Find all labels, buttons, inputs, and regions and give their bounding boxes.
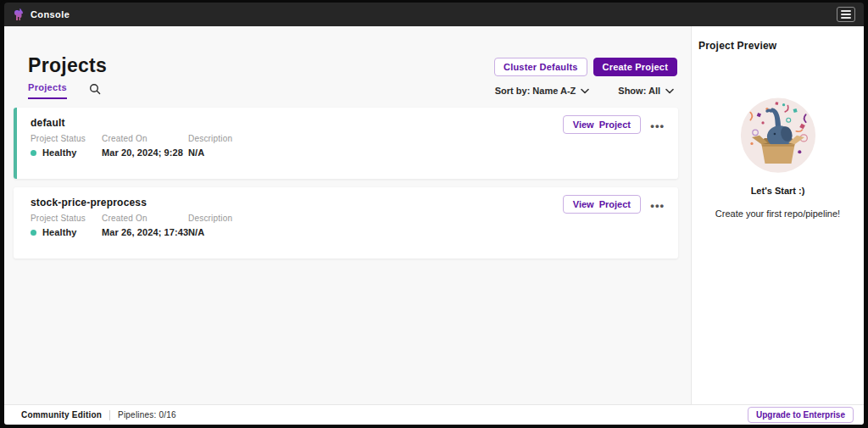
project-card-default[interactable]: default Project Status Created On Descri… <box>14 108 678 179</box>
upgrade-enterprise-button[interactable]: Upgrade to Enterprise <box>748 407 854 423</box>
sort-dropdown[interactable]: Sort by: Name A-Z <box>495 86 590 96</box>
column-label-status: Project Status <box>31 134 86 143</box>
show-dropdown-label: Show: All <box>618 86 660 96</box>
first-repo-subtext: Create your first repo/pipeline! <box>692 208 864 219</box>
hamburger-menu-button[interactable] <box>837 7 855 22</box>
search-button[interactable] <box>89 83 101 98</box>
app-title: Console <box>31 9 70 19</box>
topbar: Console <box>4 3 864 26</box>
pipelines-count: Pipelines: 0/16 <box>118 410 176 420</box>
projects-main: Projects Cluster Defaults Create Project… <box>4 26 691 404</box>
overflow-menu-button[interactable]: ••• <box>648 195 666 216</box>
cluster-defaults-button[interactable]: Cluster Defaults <box>494 58 587 76</box>
preview-title: Project Preview <box>698 40 776 52</box>
elephant-box-illustration <box>737 92 820 179</box>
view-project-button[interactable]: View Project <box>563 195 641 214</box>
footer-bar: Community Edition Pipelines: 0/16 Upgrad… <box>4 404 864 425</box>
sort-dropdown-label: Sort by: Name A-Z <box>495 86 576 96</box>
project-status: Healthy <box>42 227 76 237</box>
project-name: stock-price-preprocess <box>31 197 147 208</box>
project-name: default <box>31 117 65 129</box>
chevron-down-icon <box>581 88 589 94</box>
project-created: Mar 26, 2024; 17:43 <box>102 227 188 237</box>
healthy-status-dot <box>31 150 36 156</box>
search-icon <box>89 83 101 95</box>
project-description: N/A <box>188 227 204 237</box>
elephant-logo-icon <box>13 8 25 21</box>
project-status: Healthy <box>42 147 76 158</box>
chevron-down-icon <box>665 88 674 94</box>
app-window: Console Projects Cluster Defaults Create… <box>0 0 868 428</box>
project-description: N/A <box>188 147 204 158</box>
column-label-description: Description <box>188 214 232 223</box>
column-label-created: Created On <box>102 134 147 143</box>
tab-projects[interactable]: Projects <box>28 82 67 99</box>
project-created: Mar 20, 2024; 9:28 <box>102 147 183 158</box>
view-project-button[interactable]: View Project <box>563 115 641 134</box>
menu-icon <box>841 10 851 12</box>
show-dropdown[interactable]: Show: All <box>618 86 674 96</box>
create-project-button[interactable]: Create Project <box>593 58 677 76</box>
page-title: Projects <box>28 54 107 77</box>
edition-label: Community Edition <box>21 410 102 420</box>
lets-start-headline: Let's Start :) <box>692 186 864 196</box>
project-preview-panel: Project Preview <box>691 26 864 404</box>
healthy-status-dot <box>31 230 36 236</box>
footer-divider <box>109 410 110 420</box>
overflow-menu-button[interactable]: ••• <box>648 115 666 136</box>
column-label-status: Project Status <box>31 214 86 223</box>
project-card-stock-price-preprocess[interactable]: stock-price-preprocess Project Status Cr… <box>14 187 678 258</box>
column-label-created: Created On <box>102 214 147 223</box>
column-label-description: Description <box>188 134 232 143</box>
